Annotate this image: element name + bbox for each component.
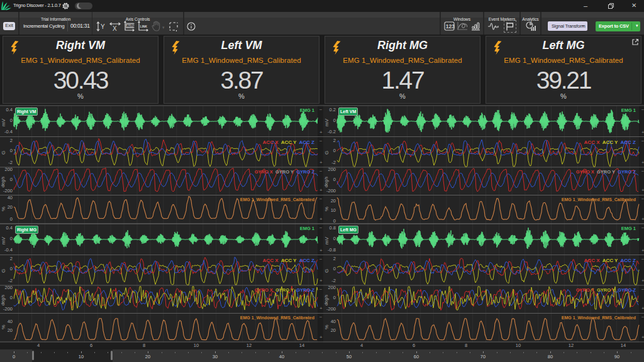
svg-text:LINK: LINK (140, 25, 148, 28)
svg-text:X: X (113, 25, 117, 32)
svg-text:AUTO: AUTO (126, 24, 135, 28)
svg-text:123: 123 (446, 23, 455, 30)
svg-text:Y: Y (101, 23, 105, 30)
